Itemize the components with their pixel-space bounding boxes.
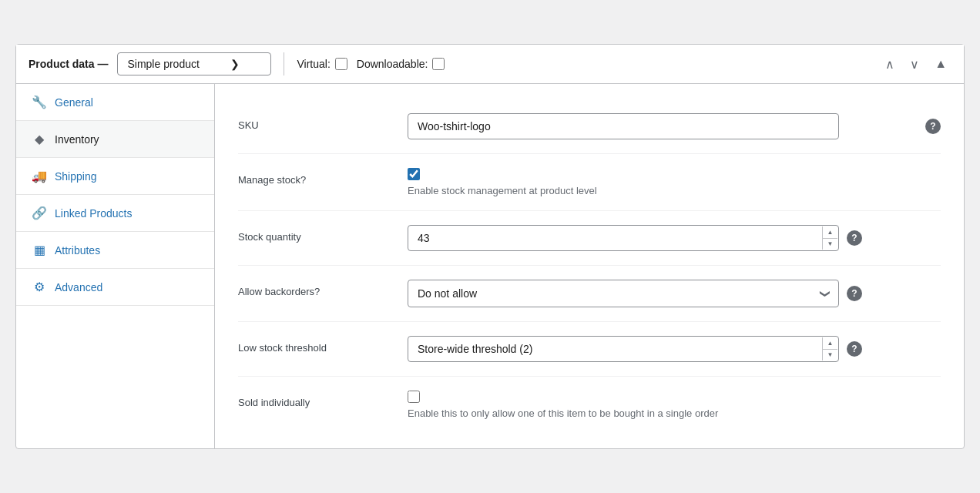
allow-backorders-help-icon[interactable]: ? <box>847 286 862 301</box>
low-stock-threshold-field: ▲ ▼ ? <box>408 336 941 362</box>
stock-quantity-up[interactable]: ▲ <box>823 226 837 238</box>
allow-backorders-select-wrapper: Do not allow Allow, but notify customer … <box>408 280 839 307</box>
sold-individually-checkbox[interactable] <box>408 391 420 403</box>
sku-row: SKU ? <box>238 99 941 154</box>
low-stock-threshold-input-wrapper: ▲ ▼ <box>408 336 839 362</box>
sku-input-wrapper <box>408 113 918 139</box>
manage-stock-checkbox-row <box>408 168 941 180</box>
header-controls: ∧ ∨ ▲ <box>881 55 951 73</box>
panel-title: Product data — <box>29 58 108 70</box>
sidebar: 🔧 General ◆ Inventory 🚚 Shipping 🔗 Linke… <box>16 84 215 448</box>
sidebar-item-shipping[interactable]: 🚚 Shipping <box>16 158 214 195</box>
collapse-close-button[interactable]: ▲ <box>930 55 951 73</box>
sidebar-item-attributes-label: Attributes <box>55 244 100 257</box>
manage-stock-label: Manage stock? <box>238 168 392 186</box>
sidebar-item-advanced-label: Advanced <box>55 281 102 293</box>
downloadable-checkbox-label[interactable]: Downloadable: <box>357 58 445 70</box>
low-stock-threshold-label: Low stock threshold <box>238 336 392 354</box>
low-stock-threshold-spinners: ▲ ▼ <box>822 337 837 361</box>
sku-field: ? <box>408 113 941 139</box>
stock-quantity-input-wrapper: ▲ ▼ <box>408 225 839 251</box>
sold-individually-helper-text: Enable this to only allow one of this it… <box>408 407 941 419</box>
product-type-select[interactable]: Simple product ❯ <box>117 52 271 75</box>
virtual-checkbox-label[interactable]: Virtual: <box>297 58 347 70</box>
sku-label: SKU <box>238 113 392 131</box>
table-icon: ▦ <box>32 243 47 257</box>
sold-individually-checkbox-row <box>408 391 941 403</box>
downloadable-label: Downloadable: <box>357 58 428 70</box>
low-stock-threshold-down[interactable]: ▼ <box>823 350 837 361</box>
stock-quantity-spinners: ▲ ▼ <box>822 226 837 250</box>
sidebar-item-linked-products-label: Linked Products <box>55 207 132 220</box>
manage-stock-row: Manage stock? Enable stock management at… <box>238 154 941 211</box>
low-stock-threshold-help-icon[interactable]: ? <box>847 341 862 357</box>
stock-quantity-label: Stock quantity <box>238 225 392 243</box>
stock-quantity-row: Stock quantity ▲ ▼ ? <box>238 211 941 266</box>
sidebar-item-linked-products[interactable]: 🔗 Linked Products <box>16 195 214 232</box>
sold-individually-field: Enable this to only allow one of this it… <box>408 391 941 419</box>
manage-stock-inner: Enable stock management at product level <box>408 168 941 196</box>
stock-quantity-field: ▲ ▼ ? <box>408 225 941 251</box>
header-divider <box>284 52 284 75</box>
sold-individually-inner: Enable this to only allow one of this it… <box>408 391 941 419</box>
sold-individually-label: Sold individually <box>238 391 392 408</box>
main-content: SKU ? Manage stock? Enable stock m <box>215 84 964 448</box>
product-type-chevron: ❯ <box>230 58 240 70</box>
allow-backorders-field: Do not allow Allow, but notify customer … <box>408 280 941 307</box>
wrench-icon: 🔧 <box>32 95 47 109</box>
sidebar-item-general[interactable]: 🔧 General <box>16 84 214 121</box>
sku-input[interactable] <box>408 113 839 139</box>
manage-stock-checkbox[interactable] <box>408 168 420 180</box>
stock-quantity-down[interactable]: ▼ <box>823 239 837 250</box>
link-icon: 🔗 <box>32 206 47 220</box>
virtual-label: Virtual: <box>297 58 330 70</box>
truck-icon: 🚚 <box>32 169 47 183</box>
low-stock-threshold-up[interactable]: ▲ <box>823 337 837 349</box>
sold-individually-row: Sold individually Enable this to only al… <box>238 377 941 433</box>
product-data-panel: Product data — Simple product ❯ Virtual:… <box>15 44 965 449</box>
allow-backorders-select[interactable]: Do not allow Allow, but notify customer … <box>408 280 839 307</box>
sidebar-item-attributes[interactable]: ▦ Attributes <box>16 232 214 269</box>
collapse-down-button[interactable]: ∨ <box>905 55 924 73</box>
collapse-up-button[interactable]: ∧ <box>881 55 899 73</box>
sidebar-item-inventory-label: Inventory <box>55 133 99 146</box>
panel-body: 🔧 General ◆ Inventory 🚚 Shipping 🔗 Linke… <box>16 84 964 448</box>
panel-header: Product data — Simple product ❯ Virtual:… <box>16 45 964 84</box>
manage-stock-helper-text: Enable stock management at product level <box>408 185 941 196</box>
sidebar-item-inventory[interactable]: ◆ Inventory <box>16 121 214 158</box>
virtual-checkbox[interactable] <box>335 58 347 70</box>
sidebar-item-shipping-label: Shipping <box>55 170 97 183</box>
allow-backorders-label: Allow backorders? <box>238 280 392 297</box>
sidebar-item-general-label: General <box>55 96 93 109</box>
gear-icon: ⚙ <box>32 280 47 294</box>
manage-stock-field: Enable stock management at product level <box>408 168 941 196</box>
diamond-icon: ◆ <box>32 132 47 146</box>
low-stock-threshold-input[interactable] <box>408 336 839 362</box>
product-type-label: Simple product <box>127 58 199 70</box>
low-stock-threshold-row: Low stock threshold ▲ ▼ ? <box>238 322 941 377</box>
sku-help-icon[interactable]: ? <box>925 119 941 134</box>
sidebar-item-advanced[interactable]: ⚙ Advanced <box>16 269 214 306</box>
stock-quantity-input[interactable] <box>408 225 839 251</box>
stock-quantity-help-icon[interactable]: ? <box>847 230 862 246</box>
allow-backorders-row: Allow backorders? Do not allow Allow, bu… <box>238 266 941 322</box>
downloadable-checkbox[interactable] <box>432 58 445 70</box>
